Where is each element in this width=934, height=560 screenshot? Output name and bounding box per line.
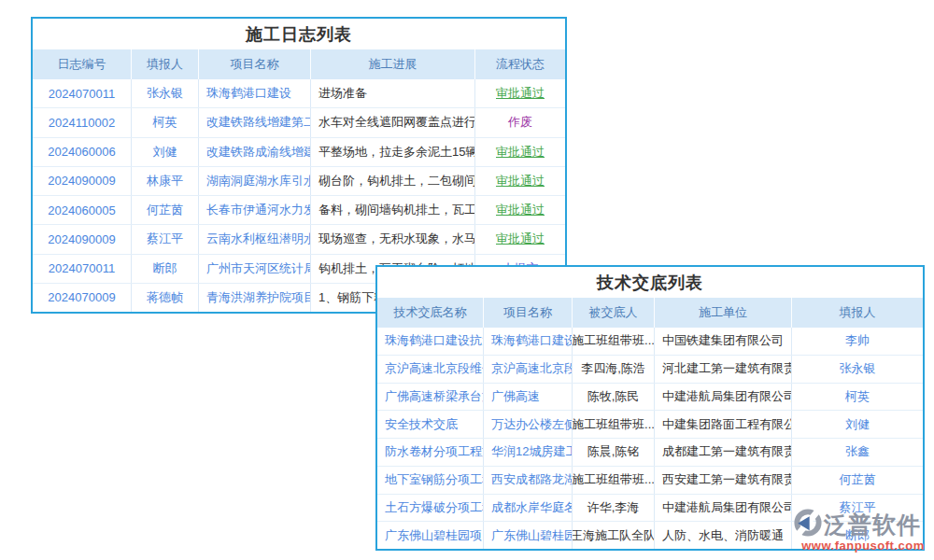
reporter-link[interactable]: 刘健 [792, 411, 923, 438]
table-row: 2024110002 柯英 改建铁路线增建第二线直... 水车对全线遮阳网覆盖点… [33, 107, 565, 136]
column-header-log-id: 日志编号 [33, 49, 132, 79]
fanpu-url-text: www.fanpusoft.com [794, 539, 932, 553]
log-id-link[interactable]: 2024060006 [33, 138, 132, 166]
progress-text: 现场巡查，无积水现象，水马... [311, 225, 475, 253]
table-row: 地下室钢筋分项工程... 西安成都路龙湖上... 施工班组带班... 西安建工第… [377, 466, 923, 494]
disclosed-person-text: 施工班组带班... [573, 328, 655, 355]
column-header-disclosure-name: 技术交底名称 [377, 298, 484, 328]
table-row: 2024090009 林康平 湖南洞庭湖水库引水工程... 砌台阶，钩机排土，二… [33, 166, 565, 195]
column-header-reporter: 填报人 [792, 298, 923, 328]
construction-unit-text: 成都建工第一建筑有限责任公司 [655, 439, 792, 466]
construction-unit-text: 中建港航局集团有限公司 [655, 384, 792, 411]
status-badge[interactable]: 审批通过 [475, 225, 565, 253]
log-id-link[interactable]: 2024070009 [33, 284, 132, 312]
project-link[interactable]: 改建铁路成渝线增建第二... [199, 138, 311, 166]
disclosure-name-link[interactable]: 防水卷材分项工程施... [377, 439, 484, 466]
column-header-reporter: 填报人 [132, 49, 199, 79]
disclosure-name-link[interactable]: 珠海鹤港口建设抗浮... [377, 328, 484, 355]
status-badge[interactable]: 审批通过 [475, 196, 565, 224]
disclosed-person-text: 许华,李海 [573, 495, 655, 522]
reporter-link[interactable]: 何芷茵 [792, 467, 923, 494]
progress-text: 砌台阶，钩机排土，二包砌间... [311, 167, 475, 195]
table-row: 京沪高速北京段维修... 京沪高速北京段维修 李四海,陈浩 河北建工第一建筑有限… [377, 355, 923, 383]
disclosed-person-text: 陈牧,陈民 [573, 384, 655, 411]
table-row: 2024060006 刘健 改建铁路成渝线增建第二... 平整场地，拉走多余泥土… [33, 137, 565, 166]
construction-unit-text: 西安建工第一建筑有限责任公司 [655, 467, 792, 494]
log-id-link[interactable]: 2024090009 [33, 167, 132, 195]
construction-log-table-header: 日志编号 填报人 项目名称 施工进展 流程状态 [33, 49, 565, 79]
disclosure-name-link[interactable]: 京沪高速北京段维修... [377, 356, 484, 383]
reporter-link[interactable]: 李帅 [792, 328, 923, 355]
column-header-project: 项目名称 [484, 298, 573, 328]
table-row: 防水卷材分项工程施... 华润12城房建工... 陈晨,陈铭 成都建工第一建筑有… [377, 438, 923, 466]
project-link[interactable]: 京沪高速北京段维修 [484, 356, 573, 383]
reporter-link[interactable]: 何芷茵 [132, 196, 199, 224]
status-badge[interactable]: 作废 [475, 108, 565, 136]
reporter-link[interactable]: 张鑫 [792, 439, 923, 466]
construction-unit-text: 人防、水电、消防暖通 [655, 522, 792, 549]
status-badge[interactable]: 审批通过 [475, 167, 565, 195]
project-link[interactable]: 改建铁路线增建第二线直... [199, 108, 311, 136]
table-row: 2024060005 何芷茵 长春市伊通河水力发电厂... 备料，砌间墙钩机排土… [33, 195, 565, 224]
project-link[interactable]: 珠海鹤港口建设 [199, 79, 311, 107]
project-link[interactable]: 万达办公楼左侧A... [484, 411, 573, 438]
reporter-link[interactable]: 柯英 [132, 108, 199, 136]
project-link[interactable]: 广佛高速 [484, 384, 573, 411]
project-link[interactable]: 广州市天河区统计局机房... [199, 255, 311, 283]
table-row: 安全技术交底 万达办公楼左侧A... 施工班组带班... 中建集团路面工程有限公… [377, 410, 923, 438]
construction-unit-text: 中建集团路面工程有限公司 [655, 411, 792, 438]
disclosed-person-text: 王海施工队全队 [573, 522, 655, 549]
log-id-link[interactable]: 2024060005 [33, 196, 132, 224]
log-id-link[interactable]: 2024070011 [33, 255, 132, 283]
reporter-link[interactable]: 柯英 [792, 384, 923, 411]
project-link[interactable]: 广东佛山碧桂园项目 [484, 522, 573, 549]
log-id-link[interactable]: 2024110002 [33, 108, 132, 136]
construction-log-window-title: 施工日志列表 [33, 19, 565, 49]
column-header-project: 项目名称 [199, 49, 311, 79]
technical-disclosure-window-title: 技术交底列表 [377, 267, 923, 298]
disclosure-name-link[interactable]: 地下室钢筋分项工程... [377, 467, 484, 494]
disclosed-person-text: 李四海,陈浩 [573, 356, 655, 383]
project-link[interactable]: 长春市伊通河水力发电厂... [199, 196, 311, 224]
status-badge[interactable]: 审批通过 [475, 79, 565, 107]
column-header-status: 流程状态 [475, 49, 565, 79]
table-row: 珠海鹤港口建设抗浮... 珠海鹤港口建设 施工班组带班... 中国铁建集团有限公… [377, 328, 923, 355]
table-row: 2024090009 蔡江平 云南水利枢纽潜明水库一... 现场巡查，无积水现象… [33, 224, 565, 253]
disclosure-name-link[interactable]: 安全技术交底 [377, 411, 484, 438]
table-row: 广佛高速桥梁承台施... 广佛高速 陈牧,陈民 中建港航局集团有限公司 柯英 [377, 383, 923, 411]
disclosed-person-text: 施工班组带班... [573, 411, 655, 438]
reporter-link[interactable]: 断郎 [132, 255, 199, 283]
reporter-link[interactable]: 林康平 [132, 167, 199, 195]
status-badge[interactable]: 审批通过 [475, 138, 565, 166]
log-id-link[interactable]: 2024070011 [33, 79, 132, 107]
fanpu-watermark: 泛普软件 www.fanpusoft.com [794, 509, 932, 553]
project-link[interactable]: 华润12城房建工... [484, 439, 573, 466]
construction-unit-text: 中国铁建集团有限公司 [655, 328, 792, 355]
project-link[interactable]: 珠海鹤港口建设 [484, 328, 573, 355]
construction-unit-text: 中建港航局集团有限公司 [655, 495, 792, 522]
project-link[interactable]: 青海洪湖养护院项目 [199, 284, 311, 312]
fanpu-brand-text: 泛普软件 [824, 510, 921, 540]
project-link[interactable]: 西安成都路龙湖上... [484, 467, 573, 494]
reporter-link[interactable]: 蔡江平 [132, 225, 199, 253]
table-row: 2024070011 张永银 珠海鹤港口建设 进场准备 审批通过 [33, 79, 565, 107]
progress-text: 平整场地，拉走多余泥土15辆... [311, 138, 475, 166]
project-link[interactable]: 湖南洞庭湖水库引水工程... [199, 167, 311, 195]
project-link[interactable]: 云南水利枢纽潜明水库一... [199, 225, 311, 253]
disclosure-name-link[interactable]: 广佛高速桥梁承台施... [377, 384, 484, 411]
disclosure-name-link[interactable]: 土石方爆破分项工程... [377, 495, 484, 522]
progress-text: 备料，砌间墙钩机排土，瓦工... [311, 196, 475, 224]
disclosure-name-link[interactable]: 广东佛山碧桂园项目... [377, 522, 484, 549]
reporter-link[interactable]: 张永银 [792, 356, 923, 383]
disclosed-person-text: 施工班组带班... [573, 467, 655, 494]
construction-unit-text: 河北建工第一建筑有限责任公司 [655, 356, 792, 383]
technical-disclosure-table-header: 技术交底名称 项目名称 被交底人 施工单位 填报人 [377, 298, 923, 328]
progress-text: 水车对全线遮阳网覆盖点进行... [311, 108, 475, 136]
reporter-link[interactable]: 刘健 [132, 138, 199, 166]
reporter-link[interactable]: 蒋德帧 [132, 284, 199, 312]
column-header-disclosed-person: 被交底人 [573, 298, 655, 328]
disclosed-person-text: 陈晨,陈铭 [573, 439, 655, 466]
reporter-link[interactable]: 张永银 [132, 79, 199, 107]
project-link[interactable]: 成都水岸华庭名苑... [484, 495, 573, 522]
log-id-link[interactable]: 2024090009 [33, 225, 132, 253]
